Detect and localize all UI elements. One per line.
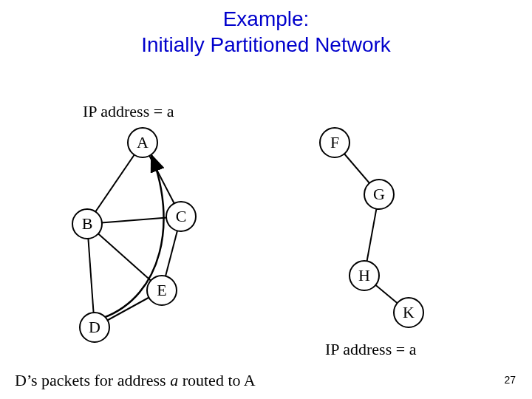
node-F: F (319, 127, 350, 158)
node-C: C (166, 201, 197, 232)
node-K: K (393, 297, 424, 328)
node-D: D (79, 312, 110, 343)
graph-edges (0, 0, 532, 399)
node-H: H (349, 260, 380, 291)
node-G: G (364, 179, 395, 210)
node-E: E (146, 275, 177, 306)
node-B: B (72, 208, 103, 239)
node-A: A (127, 127, 158, 158)
